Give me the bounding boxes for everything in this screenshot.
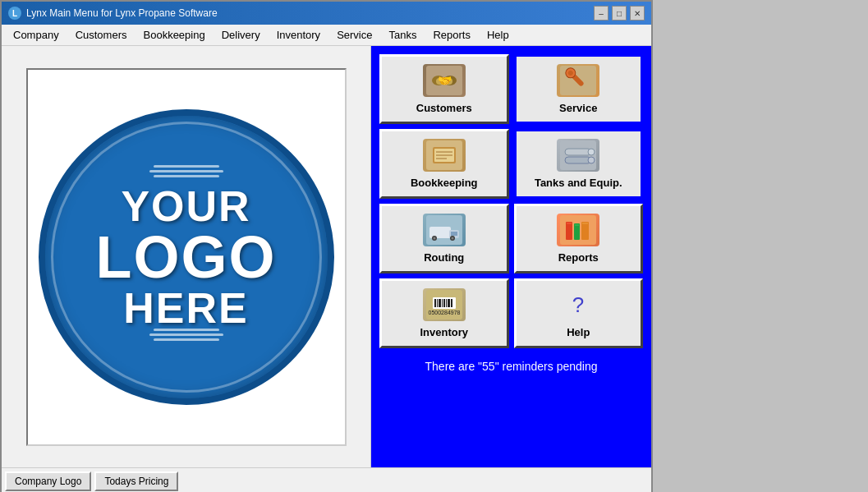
help-icon: ? bbox=[557, 288, 599, 321]
bookkeeping-label: Bookkeeping bbox=[411, 177, 478, 189]
inventory-icon: 0500284978 bbox=[423, 288, 466, 321]
svg-rect-33 bbox=[575, 224, 579, 226]
reports-label: Reports bbox=[558, 251, 599, 264]
bookkeeping-button[interactable]: Bookkeeping bbox=[379, 129, 509, 199]
svg-rect-41 bbox=[443, 299, 445, 307]
tanks-label: Tanks and Equip. bbox=[535, 177, 622, 189]
routing-icon bbox=[423, 214, 466, 246]
service-icon bbox=[557, 64, 599, 97]
logo-line-2 bbox=[149, 170, 223, 172]
logo-line-3 bbox=[154, 175, 219, 177]
logo-line-6 bbox=[154, 338, 219, 341]
menu-customers[interactable]: Customers bbox=[67, 26, 135, 44]
title-bar: L Lynx Main Menu for Lynx Propane Softwa… bbox=[2, 2, 651, 25]
reports-button[interactable]: Reports bbox=[514, 204, 644, 274]
svg-point-25 bbox=[433, 237, 435, 240]
todays-pricing-button[interactable]: Todays Pricing bbox=[94, 471, 178, 491]
menu-service[interactable]: Service bbox=[328, 26, 380, 44]
reports-icon bbox=[557, 214, 599, 246]
svg-point-27 bbox=[451, 237, 453, 240]
svg-rect-23 bbox=[451, 232, 457, 236]
tanks-icon bbox=[557, 139, 599, 172]
logo-area: YOUR LOGO HERE bbox=[26, 68, 347, 446]
inventory-button[interactable]: 0500284978 Inventory bbox=[379, 278, 509, 348]
reminder-text: There are "55" reminders pending bbox=[425, 360, 598, 373]
routing-label: Routing bbox=[424, 251, 464, 264]
button-grid: 🤝 Customers bbox=[379, 54, 643, 348]
svg-rect-29 bbox=[566, 222, 572, 240]
menu-reports[interactable]: Reports bbox=[425, 26, 479, 44]
svg-rect-39 bbox=[439, 299, 441, 307]
customers-icon: 🤝 bbox=[423, 64, 466, 97]
service-label: Service bbox=[559, 102, 597, 114]
content-area: YOUR LOGO HERE bbox=[2, 46, 651, 467]
main-window: L Lynx Main Menu for Lynx Propane Softwa… bbox=[0, 0, 653, 492]
svg-text:?: ? bbox=[572, 292, 584, 317]
logo-text-here: HERE bbox=[123, 287, 248, 329]
close-button[interactable]: ✕ bbox=[630, 6, 645, 21]
logo-line-5 bbox=[149, 333, 223, 336]
window-title: Lynx Main Menu for Lynx Propane Software bbox=[26, 7, 218, 19]
customers-button[interactable]: 🤝 Customers bbox=[379, 54, 509, 124]
logo-line-1 bbox=[154, 165, 219, 168]
menu-tanks[interactable]: Tanks bbox=[380, 26, 425, 44]
right-panel: 🤝 Customers bbox=[371, 46, 651, 467]
svg-rect-44 bbox=[451, 299, 452, 307]
menu-inventory[interactable]: Inventory bbox=[269, 26, 328, 44]
svg-rect-34 bbox=[582, 223, 588, 224]
svg-rect-31 bbox=[581, 222, 589, 240]
help-label: Help bbox=[567, 326, 590, 338]
svg-rect-16 bbox=[565, 149, 591, 155]
title-bar-controls: – □ ✕ bbox=[594, 6, 645, 21]
svg-text:0500284978: 0500284978 bbox=[428, 310, 460, 315]
menu-company[interactable]: Company bbox=[5, 26, 67, 44]
logo-lines-top bbox=[149, 165, 223, 177]
app-icon: L bbox=[8, 7, 21, 20]
service-button[interactable]: Service bbox=[514, 54, 644, 124]
routing-button[interactable]: Routing bbox=[379, 204, 509, 274]
logo-circle: YOUR LOGO HERE bbox=[39, 109, 334, 405]
menu-help[interactable]: Help bbox=[479, 26, 517, 44]
svg-text:🤝: 🤝 bbox=[437, 74, 452, 88]
customers-label: Customers bbox=[416, 102, 472, 114]
logo-text-logo: LOGO bbox=[96, 228, 277, 287]
svg-rect-42 bbox=[446, 299, 447, 307]
menu-delivery[interactable]: Delivery bbox=[214, 26, 269, 44]
logo-text-your: YOUR bbox=[121, 185, 250, 228]
bottom-bar: Company Logo Todays Pricing bbox=[2, 467, 651, 492]
svg-rect-37 bbox=[434, 299, 436, 307]
tanks-button[interactable]: Tanks and Equip. bbox=[514, 129, 644, 199]
svg-rect-38 bbox=[437, 299, 438, 307]
help-button[interactable]: ? Help bbox=[514, 278, 644, 348]
maximize-button[interactable]: □ bbox=[612, 6, 627, 21]
svg-rect-17 bbox=[565, 157, 591, 163]
inventory-label: Inventory bbox=[420, 326, 468, 338]
svg-point-19 bbox=[588, 157, 595, 163]
menu-bookkeeping[interactable]: Bookkeeping bbox=[135, 26, 214, 44]
svg-rect-32 bbox=[567, 223, 572, 224]
left-panel: YOUR LOGO HERE bbox=[2, 46, 371, 467]
menu-bar: Company Customers Bookkeeping Delivery I… bbox=[2, 25, 651, 46]
minimize-button[interactable]: – bbox=[594, 6, 609, 21]
company-logo-button[interactable]: Company Logo bbox=[5, 471, 91, 491]
title-bar-left: L Lynx Main Menu for Lynx Propane Softwa… bbox=[8, 7, 218, 20]
bookkeeping-icon bbox=[423, 139, 466, 172]
svg-rect-40 bbox=[442, 299, 443, 307]
svg-rect-43 bbox=[448, 299, 450, 307]
svg-point-18 bbox=[588, 149, 595, 155]
